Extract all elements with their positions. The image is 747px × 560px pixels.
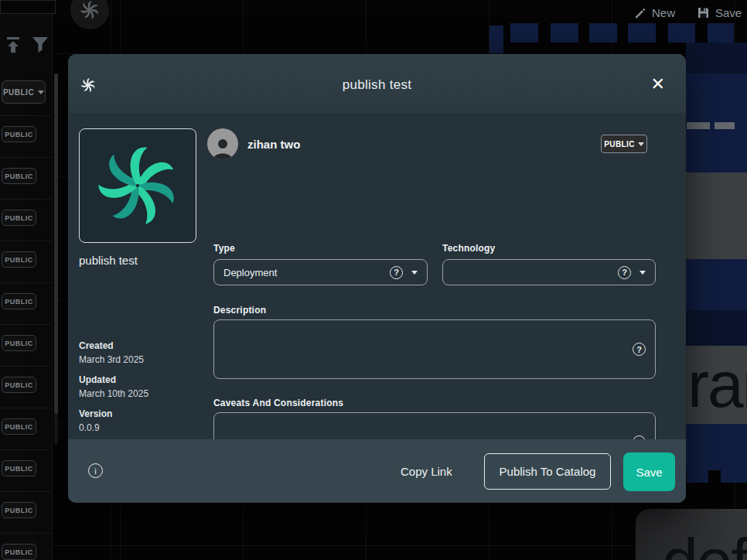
sidebar-corner-box [0,0,56,14]
visibility-dropdown[interactable]: PUBLIC [601,135,647,153]
publish-to-catalog-button[interactable]: Publish To Catalog [484,453,611,490]
pencil-icon [634,7,646,19]
canvas-block [551,23,578,43]
visibility-filter-dropdown[interactable]: PUBLIC [2,80,46,104]
canvas-save-button[interactable]: Save [697,6,742,19]
caveats-label: Caveats And Considerations [213,398,343,408]
public-badge: PUBLIC [2,377,36,393]
technology-label: Technology [442,243,495,254]
canvas-node-default: defa [636,509,747,560]
canvas-logo-button[interactable] [70,0,109,29]
canvas-block [686,424,747,470]
help-icon[interactable]: ? [390,266,403,279]
public-badge: PUBLIC [2,502,36,518]
canvas-save-label: Save [715,6,742,19]
spiral-logo-icon [80,0,100,20]
row-divider [0,533,52,534]
chevron-down-icon [38,90,44,94]
chevron-down-icon [640,271,646,275]
info-icon[interactable]: i [88,463,103,478]
asset-name: publish test [79,254,138,267]
canvas-block [668,23,695,43]
version-label: Version [79,408,112,419]
type-label: Type [213,243,235,254]
updated-label: Updated [79,374,116,385]
publish-dialog: publish test ✕ publish test Created Marc… [68,54,686,503]
public-badge: PUBLIC [2,293,36,309]
avatar [207,128,238,159]
canvas-gray-band [686,172,747,259]
sidebar-scrollbar-thumb[interactable] [54,73,58,414]
type-value: Deployment [223,267,390,278]
help-icon[interactable]: ? [618,266,631,279]
floppy-disk-icon [697,6,710,19]
row-divider [0,115,52,116]
version-value: 0.0.9 [79,422,100,433]
dialog-title: publish test [68,77,686,93]
dialog-body: publish test Created March 3rd 2025 Upda… [68,113,686,439]
technology-select[interactable]: ? [442,259,656,285]
visibility-filter-label: PUBLIC [3,88,34,97]
row-divider [0,491,52,492]
public-badge: PUBLIC [2,126,36,142]
canvas-block [686,43,747,73]
canvas-block [489,26,503,53]
dialog-footer: i Copy Link Publish To Catalog Save [68,439,686,503]
chevron-down-icon [411,271,418,275]
canvas-block [686,259,747,310]
public-badge: PUBLIC [2,544,36,560]
canvas-bar [687,122,710,129]
asset-thumbnail [79,128,196,243]
canvas-bar [715,122,735,129]
canvas-block [708,23,734,43]
canvas-block [721,470,747,483]
canvas-block [628,23,656,43]
public-badge: PUBLIC [2,335,36,351]
public-badge: PUBLIC [2,210,36,226]
owner-name: zihan two [247,138,300,151]
row-divider [0,449,52,450]
type-select[interactable]: Deployment ? [213,259,428,285]
row-divider [0,241,52,241]
canvas-block [686,310,747,346]
person-icon [211,136,234,159]
public-badge: PUBLIC [2,168,36,184]
save-button[interactable]: Save [623,452,675,491]
row-divider [0,282,52,283]
canvas-new-label: New [652,6,675,19]
left-sidebar: PUBLIC PUBLIC PUBLIC PUBLIC PUBLIC PUBLI… [0,0,53,560]
spiral-logo-image [94,142,181,229]
public-badge: PUBLIC [2,460,36,476]
created-label: Created [79,340,114,351]
help-icon[interactable]: ? [633,343,646,356]
row-divider [0,366,52,367]
row-divider [0,199,52,200]
row-divider [0,324,52,325]
dialog-header: publish test ✕ [68,54,686,113]
canvas-node-label: ran [687,352,747,417]
chevron-down-icon [638,142,644,146]
canvas-node-random: ran [686,346,747,424]
description-label: Description [213,305,266,316]
canvas-block [589,23,617,43]
updated-value: March 10th 2025 [79,388,148,399]
row-divider [0,408,52,408]
created-value: March 3rd 2025 [79,354,144,365]
description-textarea[interactable]: ? [213,319,656,379]
canvas-new-button[interactable]: New [634,6,675,19]
public-badge: PUBLIC [2,418,36,435]
filter-icon[interactable] [32,36,49,53]
close-icon[interactable]: ✕ [651,76,665,93]
visibility-value: PUBLIC [604,140,635,149]
canvas-block [687,470,708,483]
row-divider [0,157,52,158]
public-badge: PUBLIC [2,251,36,268]
canvas-node-label: defa [662,529,747,560]
copy-link-button[interactable]: Copy Link [401,465,452,478]
upload-icon[interactable] [5,36,23,53]
canvas-block [510,23,538,43]
